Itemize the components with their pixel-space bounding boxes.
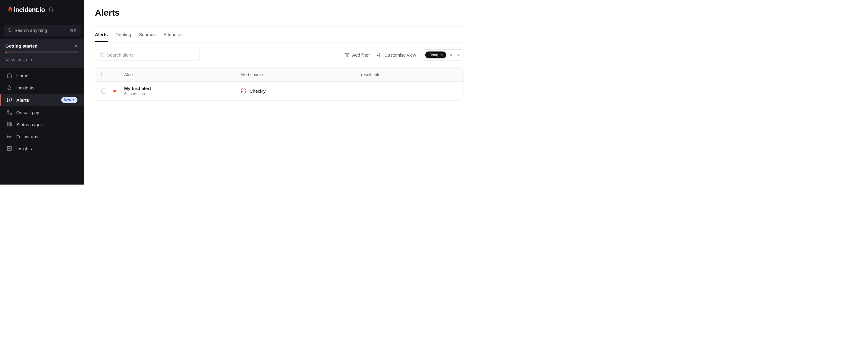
svg-line-21 (102, 56, 103, 57)
brand-name: incident.io (13, 6, 45, 14)
svg-point-14 (7, 136, 8, 137)
add-filter-button[interactable]: Add filter (344, 50, 371, 59)
list-icon (7, 134, 12, 139)
sidebar-item-incidents[interactable]: Incidents (0, 81, 84, 94)
result-value: – (361, 88, 364, 93)
home-icon (7, 73, 12, 78)
tab-alerts[interactable]: Alerts (95, 32, 108, 42)
active-filters: Firing ✕ (422, 49, 464, 61)
flame-icon (7, 6, 13, 13)
tabs: Alerts Routing Sources Attributes (95, 27, 464, 42)
sidebar-item-alerts[interactable]: Alerts New (0, 94, 84, 106)
svg-rect-9 (10, 123, 11, 126)
http-icon: HTTP (241, 88, 247, 94)
svg-point-20 (100, 53, 103, 56)
customise-view-button[interactable]: Customise view (376, 50, 417, 59)
tab-attributes[interactable]: Attributes (163, 32, 182, 42)
tab-sources[interactable]: Sources (139, 32, 156, 42)
svg-rect-7 (7, 123, 8, 126)
alerts-table: Alert Alert source resultLink My first a… (95, 67, 464, 101)
search-alerts-input[interactable]: Search alerts (95, 49, 200, 61)
alert-timestamp: 6 hours ago (124, 92, 241, 96)
sidebar-header: incident.io (0, 0, 84, 21)
bars-icon (7, 122, 12, 127)
page-header: Alerts (84, 0, 475, 27)
getting-started-panel: Getting started View tasks (0, 39, 84, 68)
status-dot-firing (113, 90, 116, 93)
svg-point-6 (9, 100, 10, 101)
filter-icon (345, 53, 350, 58)
svg-marker-22 (345, 53, 349, 57)
sidebar-item-follow-ups[interactable]: Follow-ups (0, 130, 84, 142)
header-alert: Alert (124, 72, 241, 77)
sliders-icon (377, 53, 382, 58)
flame-icon (7, 85, 12, 90)
bell-icon[interactable] (48, 7, 54, 13)
sidebar-item-on-call-pay[interactable]: On-call pay (0, 106, 84, 118)
sidebar-item-home[interactable]: Home (0, 70, 84, 81)
sidebar: incident.io Search anything ⌘K Getting s… (0, 0, 84, 184)
svg-point-15 (7, 138, 8, 138)
getting-started-title: Getting started (5, 43, 38, 48)
filter-chip-firing[interactable]: Firing ✕ (425, 52, 446, 58)
arrow-right-icon (29, 58, 33, 62)
search-icon (7, 28, 12, 33)
svg-point-13 (7, 135, 8, 135)
new-badge: New (61, 97, 78, 103)
alert-icon (7, 97, 12, 103)
search-container: Search anything ⌘K (0, 21, 84, 39)
row-checkbox[interactable] (101, 89, 106, 94)
chevron-down-icon[interactable] (456, 53, 461, 57)
logo: incident.io (7, 6, 45, 14)
nav: Home Incidents Alerts New On-call pay St… (0, 68, 84, 155)
main: Alerts Alerts Routing Sources Attributes… (84, 0, 475, 184)
svg-line-1 (10, 31, 11, 32)
search-icon (99, 53, 104, 57)
content: Alerts Routing Sources Attributes Search… (84, 27, 475, 101)
search-shortcut: ⌘K (70, 28, 76, 33)
select-all-checkbox[interactable] (101, 72, 106, 77)
tab-routing[interactable]: Routing (116, 32, 131, 42)
view-tasks-link[interactable]: View tasks (5, 57, 79, 62)
search-placeholder: Search anything (14, 28, 67, 33)
close-icon[interactable] (74, 44, 79, 48)
header-source: Alert source (241, 72, 361, 77)
progress-bar (5, 52, 79, 53)
clear-filters-icon[interactable] (449, 53, 453, 57)
source-name: Checkly (250, 89, 266, 94)
header-result: resultLink (361, 72, 458, 77)
table-header: Alert Alert source resultLink (95, 68, 464, 81)
alert-title: My first alert (124, 86, 241, 91)
sparkle-icon (72, 98, 75, 101)
page-title: Alerts (95, 8, 464, 18)
svg-point-0 (8, 29, 11, 32)
toolbar: Search alerts Add filter Customise view … (95, 42, 464, 67)
sidebar-item-status-pages[interactable]: Status pages (0, 118, 84, 130)
svg-rect-8 (9, 123, 10, 126)
chart-icon (7, 146, 12, 151)
global-search[interactable]: Search anything ⌘K (4, 25, 81, 36)
remove-chip-icon[interactable]: ✕ (440, 53, 443, 57)
svg-text:HTTP: HTTP (241, 90, 246, 92)
phone-icon (7, 110, 12, 115)
sidebar-item-insights[interactable]: Insights (0, 142, 84, 155)
table-row[interactable]: My first alert 6 hours ago HTTP Checkly … (95, 81, 464, 100)
